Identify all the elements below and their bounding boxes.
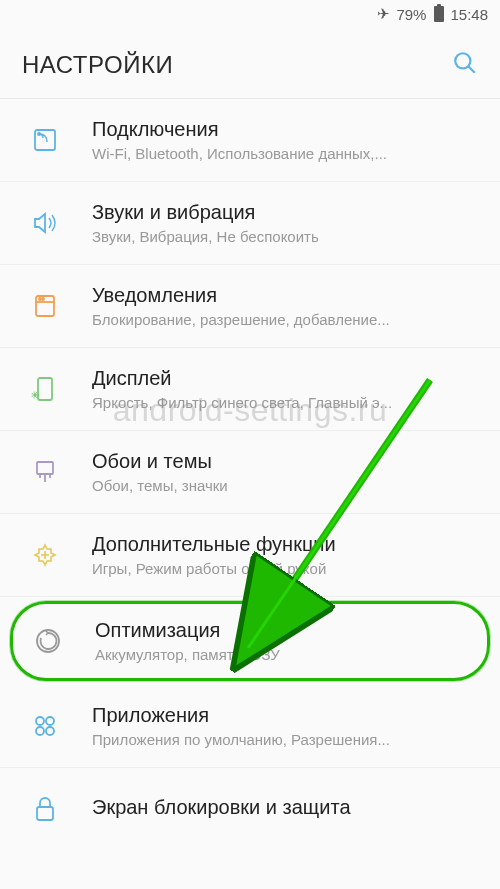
- item-title: Дополнительные функции: [92, 533, 478, 556]
- item-title: Экран блокировки и защита: [92, 796, 478, 819]
- connections-icon: [22, 117, 68, 163]
- clock-time: 15:48: [450, 6, 488, 23]
- settings-header: НАСТРОЙКИ: [0, 28, 500, 99]
- svg-point-0: [455, 53, 470, 68]
- item-title: Подключения: [92, 118, 478, 141]
- svg-point-7: [42, 298, 44, 300]
- item-title: Оптимизация: [95, 619, 475, 642]
- item-title: Звуки и вибрация: [92, 201, 478, 224]
- settings-item-wallpaper[interactable]: Обои и темы Обои, темы, значки: [0, 431, 500, 514]
- settings-item-apps[interactable]: Приложения Приложения по умолчанию, Разр…: [0, 685, 500, 768]
- item-subtitle: Обои, темы, значки: [92, 477, 478, 494]
- page-title: НАСТРОЙКИ: [22, 51, 173, 79]
- item-title: Обои и темы: [92, 450, 478, 473]
- display-icon: [22, 366, 68, 412]
- svg-rect-22: [37, 807, 53, 820]
- item-title: Приложения: [92, 704, 478, 727]
- notifications-icon: [22, 283, 68, 329]
- svg-point-20: [36, 727, 44, 735]
- settings-list: Подключения Wi-Fi, Bluetooth, Использова…: [0, 99, 500, 850]
- advanced-icon: [22, 532, 68, 578]
- svg-point-10: [34, 394, 36, 396]
- apps-icon: [22, 703, 68, 749]
- battery-icon: [434, 6, 444, 22]
- item-title: Уведомления: [92, 284, 478, 307]
- optimization-icon: [25, 618, 71, 664]
- item-subtitle: Игры, Режим работы одной рукой: [92, 560, 478, 577]
- item-subtitle: Блокирование, разрешение, добавление...: [92, 311, 478, 328]
- svg-point-19: [46, 717, 54, 725]
- item-subtitle: Приложения по умолчанию, Разрешения...: [92, 731, 478, 748]
- settings-item-sounds[interactable]: Звуки и вибрация Звуки, Вибрация, Не бес…: [0, 182, 500, 265]
- sounds-icon: [22, 200, 68, 246]
- search-button[interactable]: [452, 50, 478, 80]
- lockscreen-icon: [22, 786, 68, 832]
- item-title: Дисплей: [92, 367, 478, 390]
- item-subtitle: Звуки, Вибрация, Не беспокоить: [92, 228, 478, 245]
- search-icon: [452, 50, 478, 76]
- item-subtitle: Аккумулятор, память, ОЗУ: [95, 646, 475, 663]
- svg-line-1: [468, 66, 475, 73]
- svg-point-21: [46, 727, 54, 735]
- wallpaper-icon: [22, 449, 68, 495]
- airplane-mode-icon: ✈: [377, 5, 390, 23]
- item-subtitle: Wi-Fi, Bluetooth, Использование данных,.…: [92, 145, 478, 162]
- svg-rect-8: [38, 378, 52, 400]
- settings-item-advanced[interactable]: Дополнительные функции Игры, Режим работ…: [0, 514, 500, 597]
- settings-item-display[interactable]: Дисплей Яркость, Фильтр синего света, Гл…: [0, 348, 500, 431]
- settings-item-connections[interactable]: Подключения Wi-Fi, Bluetooth, Использова…: [0, 99, 500, 182]
- battery-percent: 79%: [396, 6, 426, 23]
- settings-item-lockscreen[interactable]: Экран блокировки и защита: [0, 768, 500, 850]
- svg-point-6: [39, 298, 41, 300]
- status-bar: ✈ 79% 15:48: [0, 0, 500, 28]
- settings-item-optimization[interactable]: Оптимизация Аккумулятор, память, ОЗУ: [10, 601, 490, 681]
- item-subtitle: Яркость, Фильтр синего света, Главный э.…: [92, 394, 478, 411]
- svg-rect-11: [37, 462, 53, 474]
- svg-point-3: [38, 133, 40, 135]
- settings-item-notifications[interactable]: Уведомления Блокирование, разрешение, до…: [0, 265, 500, 348]
- svg-point-18: [36, 717, 44, 725]
